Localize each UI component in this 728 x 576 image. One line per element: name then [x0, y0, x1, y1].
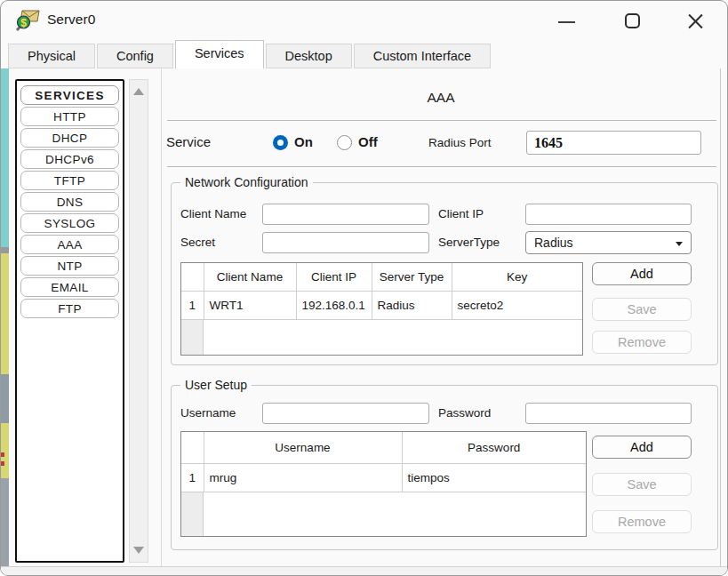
user-save-button[interactable]: Save — [592, 473, 692, 496]
password-cell[interactable]: tiempos — [402, 463, 586, 492]
username-input[interactable] — [262, 403, 429, 424]
client-name-input[interactable] — [262, 204, 429, 225]
sidebar-item-email[interactable]: EMAIL — [20, 277, 119, 297]
network-configuration-group: Network Configuration Client Name Client… — [171, 182, 718, 365]
service-on-radio[interactable] — [273, 135, 288, 150]
server-type-select[interactable]: Radius — [525, 231, 692, 254]
row-number-header — [181, 432, 204, 463]
sidebar-item-http[interactable]: HTTP — [20, 107, 119, 126]
col-header-key: Key — [452, 263, 582, 291]
server-type-selected-value: Radius — [534, 236, 573, 250]
sidebar-item-dhcpv6[interactable]: DHCPv6 — [20, 149, 119, 169]
network-save-button[interactable]: Save — [592, 298, 692, 321]
tab-custom-interface[interactable]: Custom Interface — [354, 44, 491, 68]
col-header-server-type: Server Type — [372, 263, 452, 291]
packet-tracer-device-icon: $ — [15, 9, 42, 36]
client-name-cell[interactable]: WRT1 — [204, 291, 296, 319]
service-off-label: Off — [358, 134, 378, 149]
tab-services[interactable]: Services — [175, 40, 264, 68]
password-label: Password — [438, 403, 491, 424]
user-remove-button[interactable]: Remove — [592, 510, 692, 533]
service-off-radio[interactable] — [337, 135, 352, 150]
page-title: AAA — [162, 90, 720, 106]
row-number-gutter — [181, 320, 204, 356]
table-row[interactable]: 1 mrug tiempos — [181, 463, 586, 492]
tab-desktop[interactable]: Desktop — [266, 44, 352, 68]
user-add-button[interactable]: Add — [592, 436, 692, 459]
service-label: Service — [166, 134, 211, 149]
col-header-password: Password — [402, 432, 586, 463]
row-number-gutter — [181, 492, 204, 537]
secret-label: Secret — [180, 232, 215, 253]
server-type-label: ServerType — [438, 232, 500, 253]
chevron-down-icon — [676, 242, 683, 246]
close-icon[interactable] — [682, 8, 708, 35]
user-setup-title: User Setup — [180, 378, 252, 392]
clients-table: Client Name Client IP Server Type Key 1 … — [180, 262, 583, 356]
client-ip-label: Client IP — [438, 204, 484, 225]
client-name-label: Client Name — [180, 204, 246, 225]
radius-port-label: Radius Port — [428, 136, 492, 149]
key-cell[interactable]: secreto2 — [452, 291, 582, 319]
tab-physical[interactable]: Physical — [8, 44, 95, 68]
separator — [167, 120, 716, 121]
sidebar-item-ftp[interactable]: FTP — [20, 299, 119, 318]
tab-config[interactable]: Config — [97, 44, 173, 68]
network-remove-button[interactable]: Remove — [592, 331, 692, 354]
server-type-cell[interactable]: Radius — [372, 291, 452, 319]
sidebar-item-dns[interactable]: DNS — [20, 192, 119, 212]
col-header-client-ip: Client IP — [296, 263, 372, 291]
service-on-label: On — [294, 134, 313, 149]
sidebar-item-tftp[interactable]: TFTP — [20, 171, 119, 190]
row-number-header — [181, 263, 204, 291]
scroll-down-icon[interactable] — [133, 547, 144, 554]
window-title: Server0 — [47, 12, 95, 28]
aaa-service-panel: AAA Service On Off Radius Port Network C… — [161, 68, 721, 566]
secret-input[interactable] — [262, 232, 429, 253]
username-label: Username — [180, 403, 236, 424]
network-configuration-title: Network Configuration — [180, 175, 313, 189]
client-ip-cell[interactable]: 192.168.0.1 — [296, 291, 372, 319]
row-number-cell: 1 — [181, 463, 204, 492]
password-input[interactable] — [525, 403, 692, 424]
svg-text:$: $ — [20, 17, 27, 29]
workspace-background-strip — [1, 68, 9, 566]
radius-port-input[interactable] — [526, 131, 701, 155]
sidebar-item-aaa[interactable]: AAA — [20, 235, 119, 254]
scroll-up-icon[interactable] — [133, 88, 144, 95]
col-header-username: Username — [204, 432, 402, 463]
network-add-button[interactable]: Add — [592, 262, 692, 285]
col-header-client-name: Client Name — [204, 263, 296, 291]
titlebar: $ Server0 — [1, 1, 727, 40]
sidebar-item-syslog[interactable]: SYSLOG — [20, 213, 119, 233]
sidebar-item-dhcp[interactable]: DHCP — [20, 128, 119, 148]
separator — [167, 166, 716, 167]
row-number-cell: 1 — [181, 291, 204, 319]
client-ip-input[interactable] — [525, 204, 692, 225]
minimize-icon[interactable] — [554, 8, 580, 35]
maximize-icon[interactable] — [620, 8, 646, 35]
sidebar-item-ntp[interactable]: NTP — [20, 256, 119, 276]
user-setup-group: User Setup Username Password Username Pa… — [171, 385, 718, 550]
tab-bar: Physical Config Services Desktop Custom … — [1, 40, 727, 68]
sidebar-header-services: SERVICES — [20, 85, 119, 105]
username-cell[interactable]: mrug — [204, 463, 402, 492]
sidebar-scrollbar[interactable] — [129, 79, 148, 563]
window-bottom-edge — [1, 566, 727, 576]
services-sidebar: SERVICES HTTP DHCP DHCPv6 TFTP DNS SYSLO… — [15, 79, 124, 563]
table-row[interactable]: 1 WRT1 192.168.0.1 Radius secreto2 — [181, 291, 582, 319]
users-table: Username Password 1 mrug tiempos — [180, 431, 587, 537]
server-config-window: $ Server0 Physical Config Services Deskt… — [0, 0, 728, 576]
